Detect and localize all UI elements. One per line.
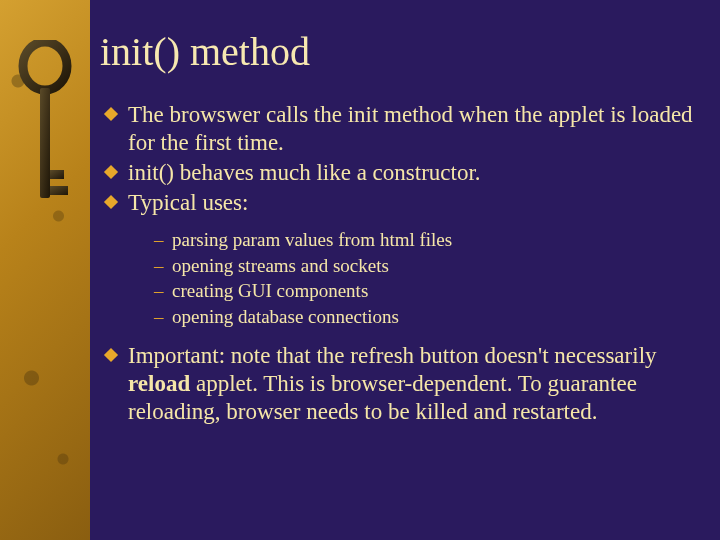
svg-rect-3 (50, 186, 68, 195)
sub-bullet-list: parsing param values from html files ope… (128, 227, 700, 330)
svg-rect-2 (50, 170, 64, 179)
bullet-item: Typical uses: parsing param values from … (106, 189, 700, 330)
bullet-list: The browswer calls the init method when … (100, 101, 700, 426)
bullet-item: The browswer calls the init method when … (106, 101, 700, 157)
bullet-item: Important: note that the refresh button … (106, 342, 700, 426)
bullet-text: Typical uses: (128, 190, 248, 215)
sub-bullet-text: parsing param values from html files (172, 229, 452, 250)
bullet-text-bold: reload (128, 371, 190, 396)
slide-content: init() method The browswer calls the ini… (100, 28, 700, 428)
bullet-text-part: applet. This is browser-dependent. To gu… (128, 371, 637, 424)
bullet-item: init() behaves much like a constructor. (106, 159, 700, 187)
bullet-text: init() behaves much like a constructor. (128, 160, 481, 185)
svg-point-0 (23, 42, 67, 90)
sub-bullet-text: creating GUI components (172, 280, 368, 301)
slide-title: init() method (100, 28, 700, 75)
bullet-text: The browswer calls the init method when … (128, 102, 693, 155)
sub-bullet-text: opening streams and sockets (172, 255, 389, 276)
sub-bullet-item: opening streams and sockets (154, 253, 700, 279)
sub-bullet-text: opening database connections (172, 306, 399, 327)
key-icon (18, 40, 72, 220)
sub-bullet-item: parsing param values from html files (154, 227, 700, 253)
sub-bullet-item: opening database connections (154, 304, 700, 330)
sub-bullet-item: creating GUI components (154, 278, 700, 304)
decorative-sidebar (0, 0, 90, 540)
bullet-text-part: Important: note that the refresh button … (128, 343, 657, 368)
svg-rect-1 (40, 88, 50, 198)
